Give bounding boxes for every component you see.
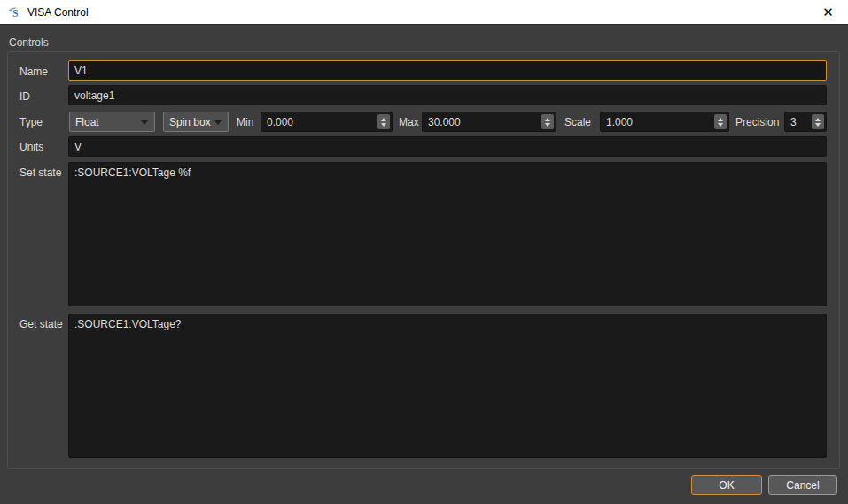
widget-combo-value: Spin box bbox=[169, 116, 211, 128]
set-state-textarea[interactable]: :SOURCE1:VOLTage %f bbox=[68, 162, 827, 306]
close-icon[interactable]: ✕ bbox=[808, 0, 848, 24]
title-bar: S VISA Control ✕ bbox=[0, 0, 848, 25]
max-spinbox[interactable]: 30.000 bbox=[422, 112, 556, 132]
min-spinbox[interactable]: 0.000 bbox=[261, 112, 393, 132]
units-input-value: V bbox=[74, 141, 82, 153]
chevron-down-icon bbox=[214, 120, 222, 125]
name-input[interactable]: V1 bbox=[68, 60, 827, 81]
name-label: Name bbox=[19, 66, 48, 78]
get-state-value: :SOURCE1:VOLTage? bbox=[74, 318, 182, 330]
get-state-label: Get state bbox=[19, 318, 63, 330]
set-state-label: Set state bbox=[19, 167, 61, 179]
get-state-textarea[interactable]: :SOURCE1:VOLTage? bbox=[68, 314, 827, 458]
text-caret bbox=[89, 65, 89, 77]
precision-spinbox[interactable]: 3 bbox=[784, 112, 827, 132]
scale-spinbox-value: 1.000 bbox=[606, 116, 633, 128]
set-state-value: :SOURCE1:VOLTage %f bbox=[74, 167, 191, 179]
window-title: VISA Control bbox=[27, 6, 89, 19]
chevron-down-icon bbox=[141, 120, 148, 125]
units-label: Units bbox=[19, 141, 43, 153]
svg-text:S: S bbox=[12, 7, 19, 19]
max-spinbox-value: 30.000 bbox=[428, 116, 461, 128]
name-input-value: V1 bbox=[74, 65, 88, 77]
type-combo[interactable]: Float bbox=[69, 112, 155, 132]
spinner-arrows-icon[interactable] bbox=[377, 114, 390, 129]
max-label: Max bbox=[399, 116, 419, 128]
ok-button[interactable]: OK bbox=[691, 475, 762, 495]
id-label: ID bbox=[19, 90, 30, 103]
app-logo-icon: S bbox=[7, 4, 22, 19]
min-spinbox-value: 0.000 bbox=[267, 116, 293, 128]
units-input[interactable]: V bbox=[68, 136, 827, 157]
spinner-arrows-icon[interactable] bbox=[541, 114, 554, 129]
cancel-button[interactable]: Cancel bbox=[768, 475, 837, 495]
id-input[interactable]: voltage1 bbox=[68, 85, 827, 105]
spinner-arrows-icon[interactable] bbox=[812, 114, 824, 129]
type-combo-value: Float bbox=[75, 116, 99, 128]
groupbox-label: Controls bbox=[9, 36, 49, 49]
scale-spinbox[interactable]: 1.000 bbox=[600, 112, 729, 132]
min-label: Min bbox=[237, 116, 253, 128]
spinner-arrows-icon[interactable] bbox=[714, 114, 727, 129]
type-label: Type bbox=[19, 116, 43, 128]
id-input-value: voltage1 bbox=[74, 89, 114, 102]
scale-label: Scale bbox=[564, 116, 591, 128]
precision-label: Precision bbox=[735, 116, 779, 128]
precision-spinbox-value: 3 bbox=[790, 116, 797, 128]
widget-combo[interactable]: Spin box bbox=[163, 112, 229, 132]
